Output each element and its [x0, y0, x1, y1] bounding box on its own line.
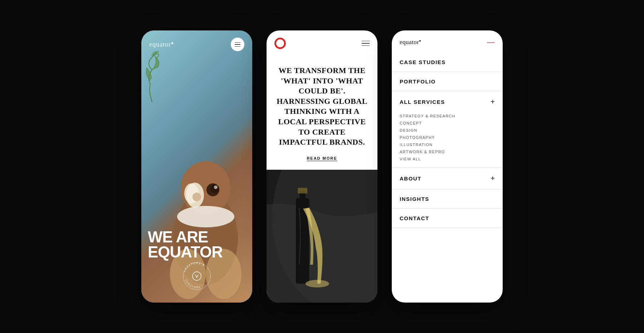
svg-point-8: [177, 206, 234, 227]
hamburger-line: [235, 46, 240, 47]
sub-item-view-all[interactable]: VIEW ALL: [400, 155, 495, 163]
close-menu-button[interactable]: —: [487, 38, 495, 46]
nav-item-all-services: ALL SERVICES + STRATEGY & RESEARCH CONCE…: [392, 91, 503, 168]
creators-badge: CREATORS & CURATORS: [179, 258, 215, 295]
phone3-top-bar: equator —: [392, 30, 503, 53]
equator-logo-3: equator: [400, 39, 421, 46]
sub-item-photography[interactable]: PHOTOGRAPHY: [400, 134, 495, 141]
nav-item-about: ABOUT +: [392, 168, 503, 189]
hamburger-line: [362, 41, 370, 42]
read-more-link[interactable]: READ MORE: [307, 156, 337, 160]
hero-text: WE ARE EQUATOR: [148, 230, 223, 260]
expand-services-icon[interactable]: +: [491, 98, 495, 106]
sub-item-artwork[interactable]: ARTWORK & REPRO: [400, 148, 495, 155]
phone2-main-content: WE TRANSFORM THE 'WHAT' INTO 'WHAT COULD…: [267, 55, 377, 303]
hamburger-menu-1[interactable]: [231, 38, 244, 51]
nav-label-contact: CONTACT: [400, 215, 429, 221]
hamburger-line: [235, 42, 240, 43]
svg-rect-20: [298, 188, 307, 193]
hamburger-menu-2[interactable]: [362, 41, 370, 46]
nav-label-case-studies: CASE STUDIES: [400, 59, 446, 65]
sub-item-strategy[interactable]: STRATEGY & RESEARCH: [400, 112, 495, 120]
svg-point-21: [306, 280, 329, 287]
phone2-top-bar: [267, 30, 377, 55]
navigation-menu: CASE STUDIES PORTFOLIO ALL SERVICES + ST…: [392, 53, 503, 303]
svg-point-14: [192, 272, 201, 280]
read-more-section: READ MORE: [267, 155, 377, 170]
nav-item-insights: INSIGHTS: [392, 189, 503, 209]
nav-label-about: ABOUT: [400, 175, 421, 182]
sub-item-concept[interactable]: CONCEPT: [400, 120, 495, 127]
hamburger-line: [235, 44, 240, 45]
nav-item-contact: CONTACT: [392, 209, 503, 228]
phone-2-content: WE TRANSFORM THE 'WHAT' INTO 'WHAT COULD…: [267, 30, 377, 303]
brand-headline: WE TRANSFORM THE 'WHAT' INTO 'WHAT COULD…: [267, 55, 377, 155]
svg-text:CURATORS: CURATORS: [185, 279, 201, 289]
phone-1-hero: equator WE ARE EQUATOR CREATORS &: [141, 30, 252, 303]
nav-item-case-studies: CASE STUDIES: [392, 53, 503, 72]
phone-3-nav: equator — CASE STUDIES PORTFOLIO ALL SER…: [392, 30, 503, 303]
expand-about-icon[interactable]: +: [491, 174, 495, 183]
hamburger-line: [362, 43, 370, 44]
red-circle-logo: [274, 38, 286, 49]
svg-point-7: [192, 193, 201, 201]
svg-point-4: [214, 185, 218, 189]
nav-item-portfolio: PORTFOLIO: [392, 72, 503, 91]
nav-label-insights: INSIGHTS: [400, 196, 429, 202]
wine-image: [267, 170, 377, 303]
sub-item-design[interactable]: DESIGN: [400, 127, 495, 134]
sub-item-illustration[interactable]: ILLUSTRATION: [400, 141, 495, 148]
plant-decoration: [141, 48, 177, 106]
equator-logo-1: equator: [149, 41, 173, 48]
phone1-top-bar: equator: [141, 30, 252, 51]
nav-label-portfolio: PORTFOLIO: [400, 78, 436, 85]
hamburger-line: [362, 45, 370, 46]
services-sub-menu: STRATEGY & RESEARCH CONCEPT DESIGN PHOTO…: [392, 112, 503, 168]
nav-label-all-services: ALL SERVICES: [400, 99, 445, 105]
